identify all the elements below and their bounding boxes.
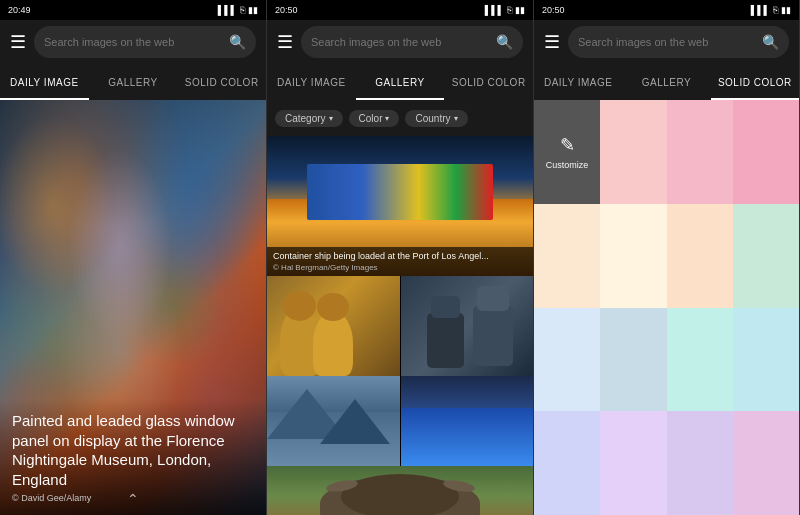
- color-cell-1-0[interactable]: [534, 204, 600, 308]
- status-left-2: 20:50: [275, 5, 298, 15]
- color-cell-2-2[interactable]: [667, 308, 733, 412]
- filter-color-arrow: ▾: [385, 114, 389, 123]
- robot-2: [427, 313, 464, 368]
- color-cell-3-1[interactable]: [600, 411, 666, 515]
- tab-solid-color-2[interactable]: SOLID COLOR: [444, 64, 533, 100]
- color-cell-2-3[interactable]: [733, 308, 799, 412]
- color-cell-3-3[interactable]: [733, 411, 799, 515]
- wifi-icon-2: ⎘: [507, 5, 512, 15]
- search-input-3[interactable]: [578, 36, 756, 48]
- tab-solid-color-3[interactable]: SOLID COLOR: [711, 64, 799, 100]
- tab-solid-color-1[interactable]: SOLID COLOR: [177, 64, 266, 100]
- filter-category-label: Category: [285, 113, 326, 124]
- tab-gallery-2[interactable]: GALLERY: [356, 64, 445, 100]
- meerkat-head: [283, 291, 316, 321]
- gallery-thumb-robot[interactable]: [401, 276, 534, 376]
- search-bar-3: ☰ 🔍: [534, 20, 799, 64]
- color-cell-2-0[interactable]: [534, 308, 600, 412]
- search-icon-2[interactable]: 🔍: [496, 34, 513, 50]
- gallery-grid: Container ship being loaded at the Port …: [267, 136, 533, 515]
- color-cell-3-2[interactable]: [667, 411, 733, 515]
- battery-icon-3: ▮▮: [781, 5, 791, 15]
- color-cell-3-0[interactable]: [534, 411, 600, 515]
- color-cell-1-2[interactable]: [667, 204, 733, 308]
- tab-daily-image-1[interactable]: DAILY IMAGE: [0, 64, 89, 100]
- color-cell-0-3[interactable]: [733, 100, 799, 204]
- tab-gallery-1[interactable]: GALLERY: [89, 64, 178, 100]
- solid-color-content: ✎ Customize: [534, 100, 799, 515]
- search-input-wrap-2[interactable]: 🔍: [301, 26, 523, 58]
- nav-tabs-3: DAILY IMAGE GALLERY SOLID COLOR: [534, 64, 799, 100]
- wifi-icon-1: ⎘: [240, 5, 245, 15]
- status-right-1: ▌▌▌ ⎘ ▮▮: [218, 5, 258, 15]
- status-right-3: ▌▌▌ ⎘ ▮▮: [751, 5, 791, 15]
- tab-daily-image-3[interactable]: DAILY IMAGE: [534, 64, 622, 100]
- hamburger-icon-2[interactable]: ☰: [277, 31, 293, 53]
- customize-icon: ✎: [560, 134, 575, 156]
- filter-country-arrow: ▾: [454, 114, 458, 123]
- filter-country[interactable]: Country ▾: [405, 110, 467, 127]
- search-bar-2: ☰ 🔍: [267, 20, 533, 64]
- robot-head: [477, 286, 509, 311]
- tab-gallery-3[interactable]: GALLERY: [622, 64, 710, 100]
- filter-color-label: Color: [359, 113, 383, 124]
- status-left-3: 20:50: [542, 5, 565, 15]
- gallery-caption-credit: © Hal Bergman/Getty Images: [273, 263, 527, 272]
- robot-body: [473, 306, 513, 366]
- gallery-main-item[interactable]: Container ship being loaded at the Port …: [267, 136, 533, 276]
- search-icon-1[interactable]: 🔍: [229, 34, 246, 50]
- hamburger-icon-1[interactable]: ☰: [10, 31, 26, 53]
- time-2: 20:50: [275, 5, 298, 15]
- gallery-caption: Container ship being loaded at the Port …: [267, 247, 533, 276]
- signal-icon-3: ▌▌▌: [751, 5, 770, 15]
- gallery-thumb-mountains[interactable]: [267, 376, 401, 466]
- signal-icon-2: ▌▌▌: [485, 5, 504, 15]
- color-grid: ✎ Customize: [534, 100, 799, 515]
- gallery-thumb-hippo[interactable]: [267, 466, 533, 515]
- meerkat-head-2: [317, 293, 349, 321]
- status-bar-2: 20:50 ▌▌▌ ⎘ ▮▮: [267, 0, 533, 20]
- status-bar-3: 20:50 ▌▌▌ ⎘ ▮▮: [534, 0, 799, 20]
- search-icon-3[interactable]: 🔍: [762, 34, 779, 50]
- gallery-filters: Category ▾ Color ▾ Country ▾: [267, 100, 533, 136]
- hippo-bg: [267, 466, 533, 515]
- mountain-2: [320, 399, 390, 444]
- filter-category[interactable]: Category ▾: [275, 110, 343, 127]
- chevron-up-icon[interactable]: ⌃: [127, 491, 139, 507]
- search-input-1[interactable]: [44, 36, 223, 48]
- search-input-wrap-3[interactable]: 🔍: [568, 26, 789, 58]
- ship-containers: [307, 164, 493, 220]
- ocean-water: [401, 408, 534, 467]
- filter-category-arrow: ▾: [329, 114, 333, 123]
- time-3: 20:50: [542, 5, 565, 15]
- gallery-caption-text: Container ship being loaded at the Port …: [273, 251, 527, 262]
- wifi-icon-3: ⎘: [773, 5, 778, 15]
- nav-tabs-1: DAILY IMAGE GALLERY SOLID COLOR: [0, 64, 266, 100]
- battery-icon-1: ▮▮: [248, 5, 258, 15]
- gallery-row-4: [267, 466, 533, 515]
- customize-label: Customize: [546, 160, 589, 170]
- panel-daily-image: 20:49 ▌▌▌ ⎘ ▮▮ ☰ 🔍 DAILY IMAGE GALLERY S…: [0, 0, 267, 515]
- color-cell-1-3[interactable]: [733, 204, 799, 308]
- filter-country-label: Country: [415, 113, 450, 124]
- gallery-row-3: [267, 376, 533, 466]
- status-bar-1: 20:49 ▌▌▌ ⎘ ▮▮: [0, 0, 266, 20]
- tab-daily-image-2[interactable]: DAILY IMAGE: [267, 64, 356, 100]
- search-input-2[interactable]: [311, 36, 490, 48]
- daily-image-title: Painted and leaded glass window panel on…: [12, 411, 254, 489]
- battery-icon-2: ▮▮: [515, 5, 525, 15]
- daily-image-content: Painted and leaded glass window panel on…: [0, 100, 266, 515]
- color-cell-0-2[interactable]: [667, 100, 733, 204]
- color-cell-1-1[interactable]: [600, 204, 666, 308]
- color-cell-0-1[interactable]: [600, 100, 666, 204]
- gallery-thumb-meerkat[interactable]: [267, 276, 401, 376]
- search-input-wrap-1[interactable]: 🔍: [34, 26, 256, 58]
- customize-cell[interactable]: ✎ Customize: [534, 100, 600, 204]
- panel-gallery: 20:50 ▌▌▌ ⎘ ▮▮ ☰ 🔍 DAILY IMAGE GALLERY S…: [267, 0, 534, 515]
- hippo-face: [341, 474, 458, 515]
- gallery-thumb-ocean[interactable]: [401, 376, 534, 466]
- hamburger-icon-3[interactable]: ☰: [544, 31, 560, 53]
- filter-color[interactable]: Color ▾: [349, 110, 400, 127]
- color-cell-2-1[interactable]: [600, 308, 666, 412]
- gallery-row-2: [267, 276, 533, 376]
